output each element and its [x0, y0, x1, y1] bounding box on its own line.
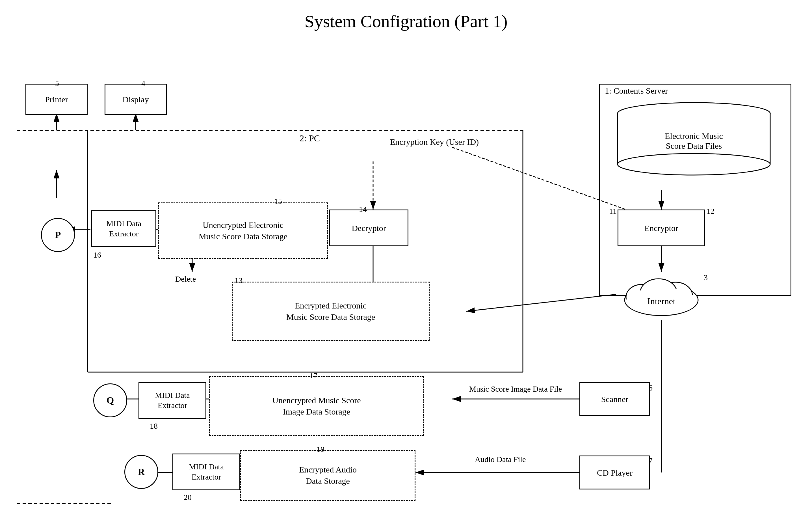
circle-r: R	[124, 455, 158, 489]
svg-text:Score Data Files: Score Data Files	[666, 141, 722, 150]
circle-q: Q	[93, 383, 127, 417]
num-11: 11	[609, 207, 617, 216]
svg-text:Internet: Internet	[647, 296, 675, 306]
unencrypted-em-num: 15	[274, 197, 282, 206]
em-score-db: Electronic Music Score Data Files	[615, 102, 773, 176]
encryptor-num: 12	[707, 207, 715, 216]
midi-r-num: 20	[184, 493, 192, 502]
unencrypted-img-box: Unencrypted Music ScoreImage Data Storag…	[209, 376, 424, 436]
internet-cloud: Internet	[619, 272, 704, 317]
delete-label: Delete	[175, 275, 196, 284]
decryptor-box: Decryptor	[329, 209, 409, 246]
midi-p-num: 16	[93, 250, 101, 260]
music-score-img-file-label: Music Score Image Data File	[469, 383, 562, 394]
internet-num: 3	[704, 273, 708, 282]
unencrypted-img-num: 17	[309, 371, 317, 380]
midi-extractor-p-box: MIDI DataExtractor	[91, 210, 156, 247]
encrypted-audio-box: Encrypted AudioData Storage	[240, 450, 416, 501]
printer-num: 5	[55, 79, 59, 88]
pc-label: 2: PC	[300, 133, 320, 144]
encrypted-audio-num: 19	[316, 445, 324, 454]
encryption-key-label: Encryption Key (User ID)	[390, 136, 479, 148]
scanner-box: Scanner	[579, 382, 650, 416]
svg-point-32	[617, 154, 770, 175]
unencrypted-em-box: Unencrypted ElectronicMusic Score Data S…	[158, 202, 328, 259]
page-title: System Configration (Part 1)	[0, 0, 812, 40]
svg-line-6	[466, 294, 616, 311]
scanner-num: 6	[649, 383, 652, 392]
midi-extractor-q-box: MIDI DataExtractor	[139, 382, 206, 419]
circle-p: P	[41, 218, 75, 252]
decryptor-num: 14	[359, 205, 367, 214]
contents-server-label: 1: Contents Server	[605, 86, 668, 96]
display-box: Display	[104, 84, 167, 115]
cd-player-box: CD Player	[579, 456, 650, 489]
midi-extractor-r-box: MIDI DataExtractor	[173, 454, 240, 490]
encrypted-em-box: Encrypted ElectronicMusic Score Data Sto…	[232, 282, 430, 341]
display-num: 4	[141, 79, 145, 88]
cd-player-num: 7	[649, 456, 652, 465]
svg-text:Electronic Music: Electronic Music	[665, 131, 723, 141]
midi-q-num: 18	[150, 422, 158, 431]
audio-data-file-label: Audio Data File	[475, 455, 526, 464]
printer-box: Printer	[25, 84, 88, 115]
encryptor-box: Encryptor	[617, 209, 705, 246]
encrypted-em-num: 13	[235, 276, 243, 285]
